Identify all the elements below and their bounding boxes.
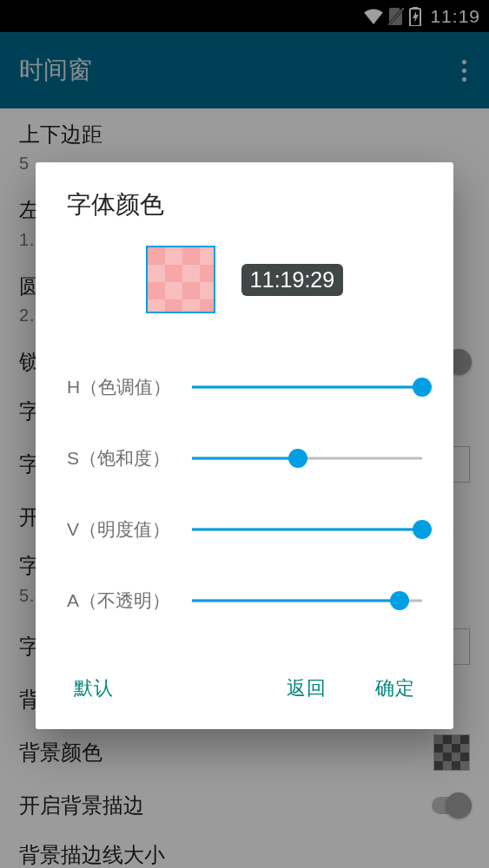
slider-thumb[interactable]: [288, 449, 307, 468]
slider-fill: [192, 529, 422, 531]
color-dialog: 字体颜色 11:19:29 H（色调值） S（饱和度） V（明度值）: [36, 162, 453, 729]
slider-row-hue: H（色调值）: [67, 352, 422, 423]
dialog-title: 字体颜色: [67, 188, 422, 221]
slider-row-alpha: A（不透明）: [67, 565, 422, 636]
ok-button[interactable]: 确定: [368, 665, 422, 712]
slider-thumb[interactable]: [413, 520, 432, 539]
slider-thumb[interactable]: [413, 378, 432, 397]
slider-thumb[interactable]: [390, 591, 409, 610]
slider-fill: [192, 600, 400, 602]
color-preview-swatch[interactable]: [146, 246, 215, 313]
back-button[interactable]: 返回: [280, 665, 334, 712]
color-preview-row: 11:19:29: [67, 246, 422, 313]
slider-hue[interactable]: [192, 374, 422, 400]
dialog-actions: 默认 返回 确定: [67, 658, 422, 729]
slider-label: H（色调值）: [67, 375, 182, 399]
slider-label: V（明度值）: [67, 517, 182, 542]
slider-saturation[interactable]: [192, 445, 422, 471]
slider-label: S（饱和度）: [67, 446, 182, 470]
slider-value[interactable]: [192, 516, 422, 542]
slider-fill: [192, 457, 298, 460]
default-button[interactable]: 默认: [67, 665, 121, 712]
slider-alpha[interactable]: [192, 588, 422, 614]
slider-row-value: V（明度值）: [67, 494, 422, 565]
slider-label: A（不透明）: [67, 589, 182, 613]
slider-fill: [192, 386, 422, 389]
slider-row-saturation: S（饱和度）: [67, 423, 422, 494]
slider-group: H（色调值） S（饱和度） V（明度值） A（不透明: [67, 352, 422, 658]
preview-time-badge: 11:19:29: [241, 264, 343, 296]
